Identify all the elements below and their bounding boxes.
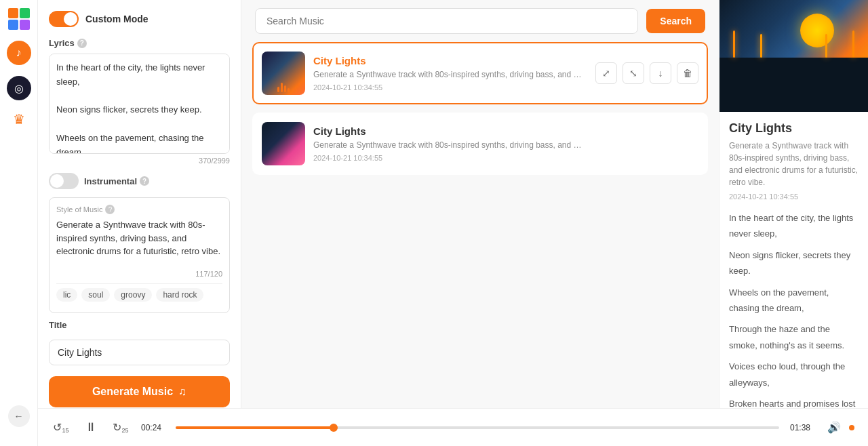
- style-char-count: 117/120: [56, 270, 222, 278]
- lyrics-help-icon[interactable]: ?: [77, 39, 87, 48]
- search-bar-row: Search: [241, 0, 719, 42]
- style-help-icon[interactable]: ?: [105, 205, 115, 214]
- tag-hard-rock[interactable]: hard rock: [156, 288, 203, 302]
- current-time: 00:24: [141, 423, 165, 432]
- music-desc-2: Generate a Synthwave track with 80s-insp…: [313, 140, 585, 151]
- lyrics-line-3: Wheels on the pavement, chasing the drea…: [729, 285, 859, 317]
- total-time: 01:38: [790, 423, 814, 432]
- music-actions-1: ⤢ ⤡ ↓ 🗑: [595, 62, 698, 84]
- rewind-icon: ↺: [53, 421, 62, 434]
- music-info-1: City Lights Generate a Synthwave track w…: [313, 55, 587, 92]
- tag-lic[interactable]: lic: [56, 288, 77, 302]
- music-title-1: City Lights: [313, 55, 587, 66]
- forward-icon: ↻: [113, 421, 121, 434]
- music-note-icon: ♫: [178, 386, 186, 398]
- lyrics-line-4: Through the haze and the smoke, nothing'…: [729, 321, 859, 353]
- city-silhouette-graphic: [719, 58, 868, 112]
- lyrics-line-2: Neon signs flicker, secrets they keep.: [729, 247, 859, 279]
- progress-bar[interactable]: [176, 426, 779, 429]
- sidebar-music-icon[interactable]: ♪: [7, 41, 31, 65]
- sidebar-collapse-button[interactable]: ←: [8, 405, 30, 427]
- title-label: Title: [49, 320, 230, 330]
- pause-icon: ⏸: [85, 420, 97, 434]
- title-input[interactable]: [49, 340, 230, 365]
- forward-button[interactable]: ↻ 25: [111, 418, 130, 437]
- search-input[interactable]: [255, 8, 638, 34]
- style-of-music-label: Style of Music ?: [56, 205, 222, 214]
- lyrics-char-count: 370/2999: [49, 157, 230, 165]
- expand-button-1[interactable]: ⤢: [595, 62, 617, 84]
- search-button[interactable]: Search: [646, 9, 705, 33]
- pause-button[interactable]: ⏸: [80, 417, 102, 439]
- tag-groovy[interactable]: groovy: [114, 288, 152, 302]
- rewind-button[interactable]: ↺ 15: [52, 418, 71, 437]
- center-panel: Search City Lights Generate a Synthwave …: [241, 0, 719, 446]
- lyrics-line-5: Voices echo loud, through the alleyways,: [729, 359, 859, 390]
- sidebar-crown-icon[interactable]: ♛: [13, 111, 25, 127]
- player-controls: ↺ 15 ⏸ ↻ 25: [52, 417, 130, 439]
- lyrics-textarea[interactable]: In the heart of the city, the lights nev…: [49, 54, 230, 154]
- music-info-2: City Lights Generate a Synthwave track w…: [313, 125, 690, 162]
- style-textarea[interactable]: Generate a Synthwave track with 80s-insp…: [56, 218, 222, 267]
- style-section: Style of Music ? Generate a Synthwave tr…: [49, 197, 230, 313]
- custom-mode-row: Custom Mode: [49, 11, 230, 27]
- app-logo-icon[interactable]: [8, 8, 30, 30]
- download-button-1[interactable]: ↓: [650, 62, 671, 84]
- instrumental-row: Instrumental ?: [49, 173, 230, 189]
- volume-section: 🔊: [825, 418, 854, 437]
- music-title-2: City Lights: [313, 125, 690, 137]
- progress-thumb: [330, 424, 338, 432]
- right-panel-content: City Lights Generate a Synthwave track w…: [719, 112, 868, 443]
- generate-music-button[interactable]: Generate Music ♫: [49, 376, 230, 407]
- instrumental-help-icon[interactable]: ?: [140, 176, 149, 186]
- play-indicator-1: [277, 83, 290, 92]
- left-panel: Custom Mode Lyrics ? In the heart of the…: [38, 0, 241, 446]
- right-panel-date: 2024-10-21 10:34:55: [729, 192, 859, 201]
- right-panel-title: City Lights: [729, 121, 859, 136]
- tags-row: lic soul groovy hard rock: [56, 283, 222, 306]
- title-section: Title: [49, 320, 230, 365]
- volume-button[interactable]: 🔊: [825, 418, 844, 437]
- music-date-1: 2024-10-21 10:34:55: [313, 83, 587, 92]
- right-panel-description: Generate a Synthwave track with 80s-insp…: [729, 140, 859, 188]
- music-desc-1: Generate a Synthwave track with 80s-insp…: [313, 69, 585, 81]
- custom-mode-toggle[interactable]: [49, 11, 79, 27]
- right-panel: City Lights Generate a Synthwave track w…: [719, 0, 868, 446]
- left-sidebar: ♪ ◎ ♛ ←: [0, 0, 38, 446]
- sidebar-vinyl-icon[interactable]: ◎: [7, 76, 31, 100]
- bottom-player: ↺ 15 ⏸ ↻ 25 00:24 01:38 🔊: [38, 408, 868, 446]
- music-thumb-2: [262, 122, 305, 165]
- instrumental-label: Instrumental ?: [84, 176, 149, 186]
- share-button-1[interactable]: ⤡: [623, 62, 644, 84]
- music-thumb-1: [262, 52, 305, 95]
- volume-icon: 🔊: [827, 421, 841, 434]
- right-panel-image: [719, 0, 868, 112]
- music-card-1[interactable]: City Lights Generate a Synthwave track w…: [252, 42, 708, 104]
- delete-button-1[interactable]: 🗑: [677, 62, 698, 84]
- music-card-2[interactable]: City Lights Generate a Synthwave track w…: [252, 113, 708, 175]
- music-list: City Lights Generate a Synthwave track w…: [241, 42, 719, 408]
- tag-soul[interactable]: soul: [81, 288, 110, 302]
- volume-dot: [849, 425, 854, 430]
- lyrics-line-1: In the heart of the city, the lights nev…: [729, 210, 859, 242]
- instrumental-toggle[interactable]: [49, 173, 79, 189]
- music-date-2: 2024-10-21 10:34:55: [313, 154, 690, 162]
- right-panel-lyrics: In the heart of the city, the lights nev…: [729, 210, 859, 428]
- progress-container[interactable]: [176, 426, 779, 429]
- lyrics-section-label: Lyrics ?: [49, 38, 230, 48]
- moon-graphic: [800, 14, 834, 47]
- progress-fill: [176, 426, 332, 429]
- custom-mode-label: Custom Mode: [85, 14, 149, 24]
